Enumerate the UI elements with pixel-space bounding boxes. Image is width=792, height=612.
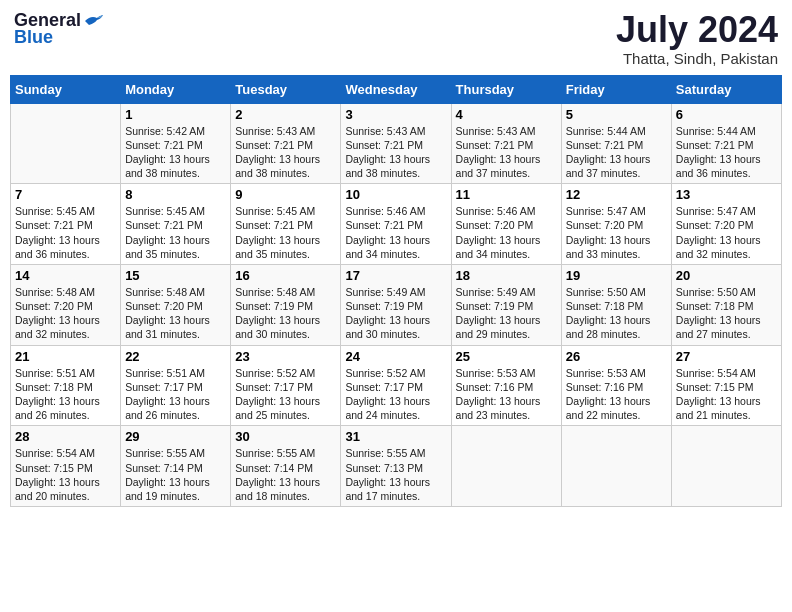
- calendar-week-row: 14Sunrise: 5:48 AM Sunset: 7:20 PM Dayli…: [11, 264, 782, 345]
- col-friday: Friday: [561, 75, 671, 103]
- day-number: 7: [15, 187, 116, 202]
- table-row: [11, 103, 121, 184]
- day-info: Sunrise: 5:53 AM Sunset: 7:16 PM Dayligh…: [566, 366, 667, 423]
- table-row: 13Sunrise: 5:47 AM Sunset: 7:20 PM Dayli…: [671, 184, 781, 265]
- table-row: 24Sunrise: 5:52 AM Sunset: 7:17 PM Dayli…: [341, 345, 451, 426]
- day-info: Sunrise: 5:47 AM Sunset: 7:20 PM Dayligh…: [676, 204, 777, 261]
- day-info: Sunrise: 5:53 AM Sunset: 7:16 PM Dayligh…: [456, 366, 557, 423]
- col-tuesday: Tuesday: [231, 75, 341, 103]
- table-row: 14Sunrise: 5:48 AM Sunset: 7:20 PM Dayli…: [11, 264, 121, 345]
- day-info: Sunrise: 5:42 AM Sunset: 7:21 PM Dayligh…: [125, 124, 226, 181]
- day-number: 21: [15, 349, 116, 364]
- table-row: 16Sunrise: 5:48 AM Sunset: 7:19 PM Dayli…: [231, 264, 341, 345]
- calendar-header-row: Sunday Monday Tuesday Wednesday Thursday…: [11, 75, 782, 103]
- day-number: 15: [125, 268, 226, 283]
- day-number: 11: [456, 187, 557, 202]
- day-info: Sunrise: 5:52 AM Sunset: 7:17 PM Dayligh…: [345, 366, 446, 423]
- day-info: Sunrise: 5:52 AM Sunset: 7:17 PM Dayligh…: [235, 366, 336, 423]
- table-row: 2Sunrise: 5:43 AM Sunset: 7:21 PM Daylig…: [231, 103, 341, 184]
- table-row: 5Sunrise: 5:44 AM Sunset: 7:21 PM Daylig…: [561, 103, 671, 184]
- table-row: 18Sunrise: 5:49 AM Sunset: 7:19 PM Dayli…: [451, 264, 561, 345]
- day-number: 10: [345, 187, 446, 202]
- day-number: 22: [125, 349, 226, 364]
- table-row: 1Sunrise: 5:42 AM Sunset: 7:21 PM Daylig…: [121, 103, 231, 184]
- calendar-week-row: 1Sunrise: 5:42 AM Sunset: 7:21 PM Daylig…: [11, 103, 782, 184]
- day-info: Sunrise: 5:43 AM Sunset: 7:21 PM Dayligh…: [235, 124, 336, 181]
- day-number: 13: [676, 187, 777, 202]
- col-sunday: Sunday: [11, 75, 121, 103]
- day-info: Sunrise: 5:50 AM Sunset: 7:18 PM Dayligh…: [676, 285, 777, 342]
- day-number: 28: [15, 429, 116, 444]
- table-row: 22Sunrise: 5:51 AM Sunset: 7:17 PM Dayli…: [121, 345, 231, 426]
- day-info: Sunrise: 5:45 AM Sunset: 7:21 PM Dayligh…: [235, 204, 336, 261]
- day-number: 29: [125, 429, 226, 444]
- day-number: 20: [676, 268, 777, 283]
- day-info: Sunrise: 5:46 AM Sunset: 7:20 PM Dayligh…: [456, 204, 557, 261]
- logo: General Blue: [14, 10, 105, 48]
- day-number: 16: [235, 268, 336, 283]
- title-area: July 2024 Thatta, Sindh, Pakistan: [616, 10, 778, 67]
- table-row: 29Sunrise: 5:55 AM Sunset: 7:14 PM Dayli…: [121, 426, 231, 507]
- day-number: 23: [235, 349, 336, 364]
- day-info: Sunrise: 5:49 AM Sunset: 7:19 PM Dayligh…: [456, 285, 557, 342]
- day-info: Sunrise: 5:45 AM Sunset: 7:21 PM Dayligh…: [125, 204, 226, 261]
- day-number: 14: [15, 268, 116, 283]
- day-number: 12: [566, 187, 667, 202]
- day-info: Sunrise: 5:48 AM Sunset: 7:20 PM Dayligh…: [15, 285, 116, 342]
- day-number: 2: [235, 107, 336, 122]
- day-number: 24: [345, 349, 446, 364]
- day-info: Sunrise: 5:43 AM Sunset: 7:21 PM Dayligh…: [456, 124, 557, 181]
- table-row: 15Sunrise: 5:48 AM Sunset: 7:20 PM Dayli…: [121, 264, 231, 345]
- table-row: 17Sunrise: 5:49 AM Sunset: 7:19 PM Dayli…: [341, 264, 451, 345]
- day-number: 8: [125, 187, 226, 202]
- day-info: Sunrise: 5:48 AM Sunset: 7:20 PM Dayligh…: [125, 285, 226, 342]
- day-number: 1: [125, 107, 226, 122]
- day-number: 3: [345, 107, 446, 122]
- day-info: Sunrise: 5:51 AM Sunset: 7:18 PM Dayligh…: [15, 366, 116, 423]
- calendar-table: Sunday Monday Tuesday Wednesday Thursday…: [10, 75, 782, 507]
- table-row: 21Sunrise: 5:51 AM Sunset: 7:18 PM Dayli…: [11, 345, 121, 426]
- page-header: General Blue July 2024 Thatta, Sindh, Pa…: [10, 10, 782, 67]
- day-info: Sunrise: 5:54 AM Sunset: 7:15 PM Dayligh…: [676, 366, 777, 423]
- day-info: Sunrise: 5:55 AM Sunset: 7:14 PM Dayligh…: [125, 446, 226, 503]
- table-row: 30Sunrise: 5:55 AM Sunset: 7:14 PM Dayli…: [231, 426, 341, 507]
- day-number: 9: [235, 187, 336, 202]
- table-row: [671, 426, 781, 507]
- col-thursday: Thursday: [451, 75, 561, 103]
- day-number: 27: [676, 349, 777, 364]
- day-info: Sunrise: 5:54 AM Sunset: 7:15 PM Dayligh…: [15, 446, 116, 503]
- day-info: Sunrise: 5:46 AM Sunset: 7:21 PM Dayligh…: [345, 204, 446, 261]
- day-info: Sunrise: 5:47 AM Sunset: 7:20 PM Dayligh…: [566, 204, 667, 261]
- col-saturday: Saturday: [671, 75, 781, 103]
- day-info: Sunrise: 5:50 AM Sunset: 7:18 PM Dayligh…: [566, 285, 667, 342]
- table-row: 4Sunrise: 5:43 AM Sunset: 7:21 PM Daylig…: [451, 103, 561, 184]
- table-row: 6Sunrise: 5:44 AM Sunset: 7:21 PM Daylig…: [671, 103, 781, 184]
- table-row: 20Sunrise: 5:50 AM Sunset: 7:18 PM Dayli…: [671, 264, 781, 345]
- table-row: 10Sunrise: 5:46 AM Sunset: 7:21 PM Dayli…: [341, 184, 451, 265]
- day-number: 5: [566, 107, 667, 122]
- logo-bird-icon: [83, 13, 105, 29]
- day-info: Sunrise: 5:45 AM Sunset: 7:21 PM Dayligh…: [15, 204, 116, 261]
- day-number: 6: [676, 107, 777, 122]
- day-number: 18: [456, 268, 557, 283]
- day-number: 4: [456, 107, 557, 122]
- table-row: 19Sunrise: 5:50 AM Sunset: 7:18 PM Dayli…: [561, 264, 671, 345]
- col-wednesday: Wednesday: [341, 75, 451, 103]
- calendar-week-row: 7Sunrise: 5:45 AM Sunset: 7:21 PM Daylig…: [11, 184, 782, 265]
- table-row: 25Sunrise: 5:53 AM Sunset: 7:16 PM Dayli…: [451, 345, 561, 426]
- table-row: 8Sunrise: 5:45 AM Sunset: 7:21 PM Daylig…: [121, 184, 231, 265]
- table-row: 28Sunrise: 5:54 AM Sunset: 7:15 PM Dayli…: [11, 426, 121, 507]
- day-info: Sunrise: 5:48 AM Sunset: 7:19 PM Dayligh…: [235, 285, 336, 342]
- day-number: 26: [566, 349, 667, 364]
- table-row: 27Sunrise: 5:54 AM Sunset: 7:15 PM Dayli…: [671, 345, 781, 426]
- day-info: Sunrise: 5:44 AM Sunset: 7:21 PM Dayligh…: [676, 124, 777, 181]
- table-row: 12Sunrise: 5:47 AM Sunset: 7:20 PM Dayli…: [561, 184, 671, 265]
- day-info: Sunrise: 5:49 AM Sunset: 7:19 PM Dayligh…: [345, 285, 446, 342]
- table-row: 11Sunrise: 5:46 AM Sunset: 7:20 PM Dayli…: [451, 184, 561, 265]
- day-info: Sunrise: 5:43 AM Sunset: 7:21 PM Dayligh…: [345, 124, 446, 181]
- day-number: 30: [235, 429, 336, 444]
- table-row: 3Sunrise: 5:43 AM Sunset: 7:21 PM Daylig…: [341, 103, 451, 184]
- day-number: 19: [566, 268, 667, 283]
- table-row: [561, 426, 671, 507]
- col-monday: Monday: [121, 75, 231, 103]
